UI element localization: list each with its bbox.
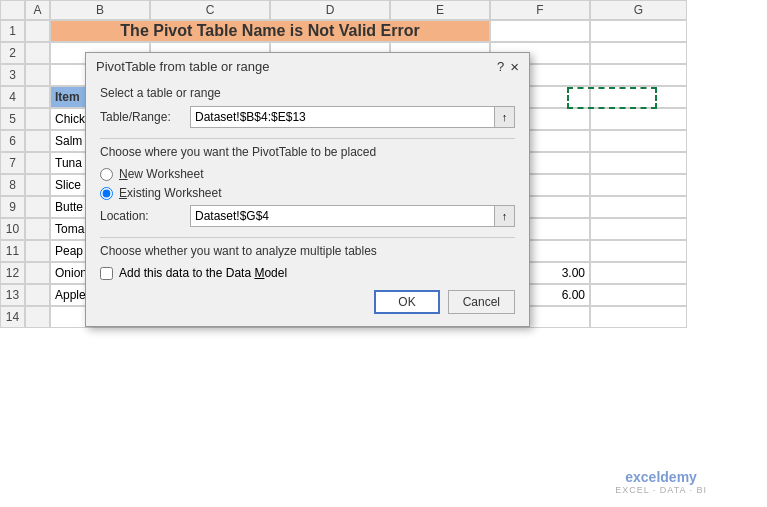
title-cell: The Pivot Table Name is Not Valid Error bbox=[50, 20, 490, 42]
cell-13-a bbox=[25, 284, 50, 306]
radio-existing-label[interactable]: Existing Worksheet bbox=[119, 186, 222, 200]
cell-1-f bbox=[490, 20, 590, 42]
pivot-table-dialog: PivotTable from table or range ? × Selec… bbox=[85, 52, 530, 327]
cell-2-g bbox=[590, 42, 687, 64]
watermark-sub: EXCEL · DATA · BI bbox=[615, 485, 707, 495]
existing-worksheet-row: Existing Worksheet bbox=[100, 186, 515, 200]
cell-11-num: 11 bbox=[0, 240, 25, 262]
new-worksheet-row: New Worksheet bbox=[100, 167, 515, 181]
cell-9-g bbox=[590, 196, 687, 218]
cell-10-a bbox=[25, 218, 50, 240]
radio-new-worksheet[interactable] bbox=[100, 168, 113, 181]
table-range-row: Table/Range: ↑ bbox=[100, 106, 515, 128]
section3-label: Choose whether you want to analyze multi… bbox=[100, 244, 515, 258]
cell-11-g bbox=[590, 240, 687, 262]
cell-14-a bbox=[25, 306, 50, 328]
cell-8-g bbox=[590, 174, 687, 196]
dialog-title-text: PivotTable from table or range bbox=[96, 59, 269, 74]
col-header-e: E bbox=[390, 0, 490, 20]
col-header-b: B bbox=[50, 0, 150, 20]
cell-9-a bbox=[25, 196, 50, 218]
col-header-d: D bbox=[270, 0, 390, 20]
radio-new-label[interactable]: New Worksheet bbox=[119, 167, 203, 181]
dialog-close-button[interactable]: × bbox=[510, 59, 519, 74]
watermark-brand: exceldemy bbox=[615, 469, 707, 485]
table-range-collapse-button[interactable]: ↑ bbox=[494, 107, 514, 127]
col-header-g: G bbox=[590, 0, 687, 20]
cell-6-g bbox=[590, 130, 687, 152]
location-row: Location: ↑ bbox=[100, 205, 515, 227]
row-1: 1 The Pivot Table Name is Not Valid Erro… bbox=[0, 20, 767, 42]
cell-13-g bbox=[590, 284, 687, 306]
col-header-c: C bbox=[150, 0, 270, 20]
separator-1 bbox=[100, 138, 515, 139]
data-model-checkbox[interactable] bbox=[100, 267, 113, 280]
location-collapse-button[interactable]: ↑ bbox=[494, 206, 514, 226]
cell-1-g bbox=[590, 20, 687, 42]
ok-button[interactable]: OK bbox=[374, 290, 439, 314]
separator-2 bbox=[100, 237, 515, 238]
cell-4-a bbox=[25, 86, 50, 108]
table-range-input[interactable] bbox=[191, 108, 494, 126]
watermark: exceldemy EXCEL · DATA · BI bbox=[615, 469, 707, 495]
data-model-row: Add this data to the Data Model bbox=[100, 266, 515, 280]
cell-2-num: 2 bbox=[0, 42, 25, 64]
cell-14-g bbox=[590, 306, 687, 328]
spreadsheet: A B C D E F G 1 The Pivot Table Name is … bbox=[0, 0, 767, 507]
cell-3-a bbox=[25, 64, 50, 86]
cell-6-num: 6 bbox=[0, 130, 25, 152]
cell-10-g bbox=[590, 218, 687, 240]
cell-10-num: 10 bbox=[0, 218, 25, 240]
radio-existing-worksheet[interactable] bbox=[100, 187, 113, 200]
table-range-label: Table/Range: bbox=[100, 110, 190, 124]
cell-4-num: 4 bbox=[0, 86, 25, 108]
cell-5-g bbox=[590, 108, 687, 130]
cell-12-g bbox=[590, 262, 687, 284]
col-header-rownum bbox=[0, 0, 25, 20]
cell-8-num: 8 bbox=[0, 174, 25, 196]
cell-1-num: 1 bbox=[0, 20, 25, 42]
cell-3-g bbox=[590, 64, 687, 86]
section1-label: Select a table or range bbox=[100, 86, 515, 100]
cell-7-g bbox=[590, 152, 687, 174]
cell-5-num: 5 bbox=[0, 108, 25, 130]
cancel-button[interactable]: Cancel bbox=[448, 290, 515, 314]
dialog-buttons: OK Cancel bbox=[100, 290, 515, 314]
col-header-f: F bbox=[490, 0, 590, 20]
cell-13-num: 13 bbox=[0, 284, 25, 306]
cell-5-a bbox=[25, 108, 50, 130]
cell-3-num: 3 bbox=[0, 64, 25, 86]
cell-2-a bbox=[25, 42, 50, 64]
cell-12-a bbox=[25, 262, 50, 284]
dialog-title-bar: PivotTable from table or range ? × bbox=[86, 53, 529, 78]
data-model-label[interactable]: Add this data to the Data Model bbox=[119, 266, 287, 280]
dialog-help-button[interactable]: ? bbox=[497, 59, 504, 74]
location-input-wrap: ↑ bbox=[190, 205, 515, 227]
dialog-body: Select a table or range Table/Range: ↑ C… bbox=[86, 78, 529, 326]
table-range-input-wrap: ↑ bbox=[190, 106, 515, 128]
selection-box bbox=[567, 87, 657, 109]
cell-11-a bbox=[25, 240, 50, 262]
dialog-title-controls: ? × bbox=[497, 59, 519, 74]
section2-label: Choose where you want the PivotTable to … bbox=[100, 145, 515, 159]
cell-1-a bbox=[25, 20, 50, 42]
cell-12-num: 12 bbox=[0, 262, 25, 284]
column-headers: A B C D E F G bbox=[0, 0, 767, 20]
cell-7-a bbox=[25, 152, 50, 174]
cell-8-a bbox=[25, 174, 50, 196]
col-header-a: A bbox=[25, 0, 50, 20]
cell-14-num: 14 bbox=[0, 306, 25, 328]
cell-7-num: 7 bbox=[0, 152, 25, 174]
cell-6-a bbox=[25, 130, 50, 152]
location-input[interactable] bbox=[191, 207, 494, 225]
cell-9-num: 9 bbox=[0, 196, 25, 218]
location-label: Location: bbox=[100, 209, 190, 223]
